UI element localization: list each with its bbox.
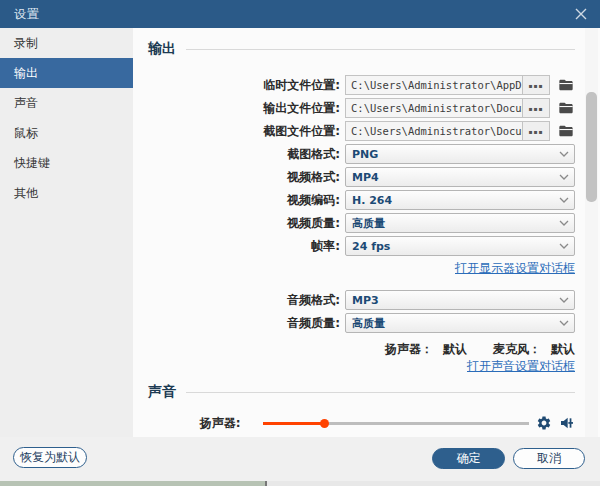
screenshot-path-field[interactable]: C:\Users\Administrator\Documents ▪▪▪ bbox=[345, 121, 550, 141]
chevron-down-icon bbox=[554, 220, 574, 226]
audio-quality-select[interactable]: 高质量 bbox=[345, 313, 575, 333]
chevron-down-icon bbox=[554, 320, 574, 326]
video-format-row: 视频格式: MP4 bbox=[148, 167, 575, 187]
display-settings-link[interactable]: 打开显示器设置对话框 bbox=[455, 261, 575, 275]
cancel-button[interactable]: 取消 bbox=[513, 448, 585, 469]
screenshot-path-value: C:\Users\Administrator\Documents bbox=[346, 122, 522, 140]
screenshot-path-label: 截图文件位置: bbox=[148, 123, 345, 140]
speaker-volume-slider[interactable] bbox=[263, 414, 529, 432]
sidebar-item-mouse[interactable]: 鼠标 bbox=[0, 118, 133, 148]
video-codec-value: H. 264 bbox=[346, 194, 554, 207]
chevron-down-icon bbox=[554, 243, 574, 249]
sound-settings-link-row: 打开声音设置对话框 bbox=[467, 358, 575, 375]
chevron-down-icon bbox=[554, 297, 574, 303]
temp-path-label: 临时文件位置: bbox=[148, 77, 345, 94]
sidebar: 录制 输出 声音 鼠标 快捷键 其他 bbox=[0, 28, 133, 437]
output-path-browse-button[interactable]: ▪▪▪ bbox=[522, 99, 549, 117]
output-section-title: 输出 bbox=[148, 40, 176, 58]
video-codec-row: 视频编码: H. 264 bbox=[148, 190, 575, 210]
chevron-down-icon bbox=[554, 151, 574, 157]
desktop-strip bbox=[0, 481, 600, 486]
mic-device-label: 麦克风： bbox=[493, 341, 541, 358]
slider-fill bbox=[263, 422, 324, 425]
screenshot-path-row: 截图文件位置: C:\Users\Administrator\Documents… bbox=[148, 121, 575, 141]
temp-path-row: 临时文件位置: C:\Users\Administrator\AppData\L… bbox=[148, 75, 575, 95]
video-quality-select[interactable]: 高质量 bbox=[345, 213, 575, 233]
speaker-device-label: 扬声器： bbox=[385, 341, 433, 358]
device-summary: 扬声器：默认 麦克风：默认 bbox=[385, 341, 575, 358]
settings-content: 输出 临时文件位置: C:\Users\Administrator\AppDat… bbox=[133, 28, 600, 437]
screenshot-format-label: 截图格式: bbox=[148, 146, 345, 163]
sound-settings-link[interactable]: 打开声音设置对话框 bbox=[467, 359, 575, 373]
video-format-value: MP4 bbox=[346, 171, 554, 184]
scrollbar-thumb[interactable] bbox=[586, 92, 597, 202]
divider bbox=[186, 49, 575, 50]
divider bbox=[186, 392, 575, 393]
sidebar-item-recording[interactable]: 录制 bbox=[0, 28, 133, 58]
sidebar-item-sound[interactable]: 声音 bbox=[0, 88, 133, 118]
framerate-value: 24 fps bbox=[346, 240, 554, 253]
output-section-header: 输出 bbox=[148, 40, 575, 58]
screenshot-format-row: 截图格式: PNG bbox=[148, 144, 575, 164]
display-settings-link-row: 打开显示器设置对话框 bbox=[455, 260, 575, 277]
framerate-select[interactable]: 24 fps bbox=[345, 236, 575, 256]
mic-device-value: 默认 bbox=[551, 341, 575, 358]
audio-quality-label: 音频质量: bbox=[148, 315, 345, 332]
temp-path-browse-button[interactable]: ▪▪▪ bbox=[522, 76, 549, 94]
footer-bar: 恢复为默认 确定 取消 bbox=[0, 437, 600, 481]
video-codec-select[interactable]: H. 264 bbox=[345, 190, 575, 210]
sidebar-item-other[interactable]: 其他 bbox=[0, 178, 133, 208]
sound-section-title: 声音 bbox=[148, 383, 176, 401]
sidebar-item-output[interactable]: 输出 bbox=[0, 58, 133, 88]
output-path-folder-icon[interactable] bbox=[558, 100, 574, 116]
desktop-strip-divider bbox=[265, 481, 267, 486]
screenshot-format-value: PNG bbox=[346, 148, 554, 161]
speaker-device-value: 默认 bbox=[443, 341, 467, 358]
screenshot-path-browse-button[interactable]: ▪▪▪ bbox=[522, 122, 549, 140]
chevron-down-icon bbox=[554, 174, 574, 180]
framerate-row: 帧率: 24 fps bbox=[148, 236, 575, 256]
sound-section-header: 声音 bbox=[148, 383, 575, 401]
slider-handle[interactable] bbox=[320, 419, 329, 428]
close-icon[interactable] bbox=[574, 7, 588, 21]
temp-path-folder-icon[interactable] bbox=[558, 77, 574, 93]
output-path-label: 输出文件位置: bbox=[148, 100, 345, 117]
output-path-field[interactable]: C:\Users\Administrator\Documents ▪▪▪ bbox=[345, 98, 550, 118]
screenshot-path-folder-icon[interactable] bbox=[558, 123, 574, 139]
video-format-select[interactable]: MP4 bbox=[345, 167, 575, 187]
video-format-label: 视频格式: bbox=[148, 169, 345, 186]
temp-path-field[interactable]: C:\Users\Administrator\AppData\L ▪▪▪ bbox=[345, 75, 550, 95]
desktop-strip-left bbox=[0, 481, 265, 486]
gear-icon[interactable] bbox=[536, 415, 552, 431]
screenshot-format-select[interactable]: PNG bbox=[345, 144, 575, 164]
audio-format-row: 音频格式: MP3 bbox=[148, 290, 575, 310]
scrollbar[interactable] bbox=[585, 28, 598, 437]
temp-path-value: C:\Users\Administrator\AppData\L bbox=[346, 76, 522, 94]
sidebar-item-hotkeys[interactable]: 快捷键 bbox=[0, 148, 133, 178]
speaker-volume-row: 扬声器: bbox=[148, 414, 575, 432]
speaker-icon[interactable] bbox=[559, 415, 575, 431]
video-quality-row: 视频质量: 高质量 bbox=[148, 213, 575, 233]
output-path-value: C:\Users\Administrator\Documents bbox=[346, 99, 522, 117]
framerate-label: 帧率: bbox=[148, 238, 345, 255]
restore-defaults-button[interactable]: 恢复为默认 bbox=[13, 447, 87, 468]
chevron-down-icon bbox=[554, 197, 574, 203]
speaker-volume-label: 扬声器: bbox=[148, 415, 241, 432]
titlebar: 设置 bbox=[0, 0, 600, 28]
audio-format-label: 音频格式: bbox=[148, 292, 345, 309]
video-quality-label: 视频质量: bbox=[148, 215, 345, 232]
video-quality-value: 高质量 bbox=[346, 216, 554, 231]
settings-dialog: 设置 录制 输出 声音 鼠标 快捷键 其他 输出 临时文件位置: C:\User… bbox=[0, 0, 600, 486]
window-title: 设置 bbox=[0, 6, 40, 23]
audio-quality-row: 音频质量: 高质量 bbox=[148, 313, 575, 333]
audio-format-value: MP3 bbox=[346, 294, 554, 307]
audio-format-select[interactable]: MP3 bbox=[345, 290, 575, 310]
ok-button[interactable]: 确定 bbox=[432, 448, 505, 469]
output-path-row: 输出文件位置: C:\Users\Administrator\Documents… bbox=[148, 98, 575, 118]
audio-quality-value: 高质量 bbox=[346, 316, 554, 331]
video-codec-label: 视频编码: bbox=[148, 192, 345, 209]
